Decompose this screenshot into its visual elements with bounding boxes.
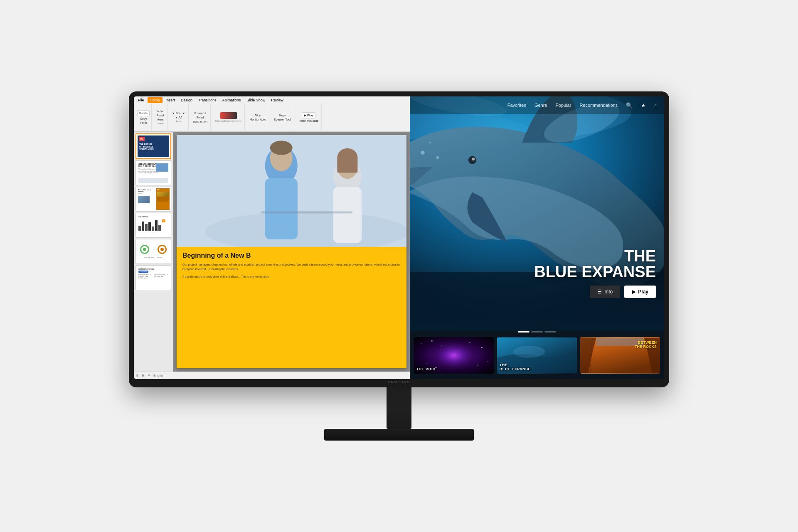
svg-point-25 bbox=[430, 339, 478, 371]
fixed-button[interactable]: Fixed bbox=[195, 116, 205, 119]
ppt-canvas: Beginning of a New B Our project manager… bbox=[173, 132, 410, 372]
progress-bar bbox=[518, 331, 556, 332]
thumb-label-rocks: BETWEENTHE ROCKS bbox=[635, 340, 657, 350]
clipboard-group: Paste Copy Form bbox=[135, 104, 152, 131]
tab-slideshow[interactable]: Slide Show bbox=[244, 97, 268, 103]
ppt-status-bar: B ⊞ ≡ English bbox=[134, 372, 410, 379]
thumbnail-the-void[interactable]: THE VOID bbox=[414, 337, 494, 374]
stream-thumbnails: THE VOID bbox=[410, 331, 664, 379]
svg-point-29 bbox=[469, 342, 470, 343]
slides-panel: 1 M7 THE FUTUREOF BUSINESSSTARTS HERE. 2 bbox=[134, 132, 173, 372]
ppt-toolbar: File Home Insert Design Transitions Anim… bbox=[134, 96, 410, 132]
font-selector[interactable]: ▼ Font ▼ bbox=[171, 111, 187, 115]
paste-button[interactable]: Paste bbox=[137, 110, 150, 116]
font-group: ▼ Font ▼ ▼ AA Font bbox=[169, 104, 189, 131]
slide-thumb-6[interactable]: 6 Identity Systems UX/UI Design ▼ bbox=[135, 265, 171, 290]
slide-content-2: GREAT EXPERIENCESBUILD GREAT BRANDS. Thr… bbox=[137, 162, 170, 184]
tab-home[interactable]: Home bbox=[148, 97, 163, 103]
menu-icon: ☰ bbox=[597, 289, 602, 295]
slides-group: New Reset Area Slides bbox=[153, 104, 167, 131]
copy-button[interactable]: Copy bbox=[139, 117, 148, 121]
thumb-blue-expanse-text: THEBLUE EXPANSE bbox=[500, 363, 531, 371]
tab-animations[interactable]: Animations bbox=[220, 97, 244, 103]
svg-point-21 bbox=[421, 150, 425, 155]
monitor-wrapper: File Home Insert Design Transitions Anim… bbox=[108, 91, 690, 441]
language-selector[interactable]: English bbox=[153, 374, 164, 377]
svg-point-22 bbox=[429, 141, 431, 143]
view-toggle-2[interactable]: ≡ bbox=[148, 374, 150, 377]
favorites-icon[interactable]: ★ bbox=[641, 102, 646, 108]
svg-point-27 bbox=[431, 340, 432, 341]
slide-content-6: Identity Systems UX/UI Design ▼ Photogra… bbox=[137, 267, 170, 288]
slide-thumb-1[interactable]: 1 M7 THE FUTUREOF BUSINESSSTARTS HERE. bbox=[135, 133, 171, 159]
reset-button[interactable]: Reset bbox=[155, 113, 165, 117]
nav-genre[interactable]: Genre bbox=[534, 103, 547, 108]
progress-dot-3 bbox=[544, 331, 556, 332]
play-button[interactable]: ▶ Play bbox=[302, 112, 316, 118]
stream-hero: THE BLUE EXPANSE ☰ Info ▶ Play bbox=[410, 96, 664, 331]
contraction-button[interactable]: contraction bbox=[192, 120, 209, 123]
monitor-button[interactable]: Monitor Auto bbox=[248, 118, 267, 121]
svg-point-28 bbox=[441, 345, 442, 346]
stream-nav: Favorites Genre Popular Recommendations … bbox=[410, 96, 664, 114]
progress-dot-1 bbox=[518, 331, 530, 332]
align-button[interactable]: Align bbox=[253, 113, 262, 117]
grayscale-label: Grayscale/monochrome bbox=[214, 119, 243, 123]
slide-content-4: STATISTICS bbox=[137, 214, 170, 236]
powerpoint-app: File Home Insert Design Transitions Anim… bbox=[134, 96, 410, 379]
speaker-tool-button[interactable]: Speaker Tool bbox=[273, 118, 292, 121]
stats-badge: 52 bbox=[162, 219, 165, 222]
ppt-main: 1 M7 THE FUTUREOF BUSINESSSTARTS HERE. 2 bbox=[134, 132, 410, 372]
slide-thumb-2[interactable]: 2 GREAT EXPERIENCESBUILD GREAT BRANDS. T… bbox=[135, 160, 171, 185]
steps-group: Steps Speaker Tool bbox=[271, 104, 294, 131]
svg-point-31 bbox=[487, 361, 488, 362]
tab-insert[interactable]: Insert bbox=[163, 97, 178, 103]
nav-recommendations[interactable]: Recommendations bbox=[579, 103, 618, 108]
slide-image bbox=[177, 135, 406, 247]
nav-popular[interactable]: Popular bbox=[555, 103, 571, 108]
monitor-stand-neck bbox=[387, 387, 411, 429]
slide-thumb-5[interactable]: 5 + bbox=[135, 239, 171, 264]
font-label: Font bbox=[175, 120, 182, 123]
format-button[interactable]: Form bbox=[139, 121, 148, 125]
nav-favorites[interactable]: Favorites bbox=[507, 103, 526, 108]
slide-thumb-4[interactable]: 4 STATISTICS bbox=[135, 213, 171, 238]
slide-main-footer: A brand's mission should drive all brand… bbox=[182, 275, 401, 278]
finish-slide-button[interactable]: Finish this slide bbox=[298, 119, 320, 123]
thumbnail-blue-expanse[interactable]: THEBLUE EXPANSE bbox=[497, 337, 577, 374]
align-group: Align Monitor Auto bbox=[246, 104, 269, 131]
svg-rect-12 bbox=[177, 135, 406, 247]
info-button[interactable]: ☰ Info bbox=[590, 286, 620, 298]
tab-design[interactable]: Design bbox=[178, 97, 195, 103]
slide-content-3: We work for you by working with you. Wor… bbox=[137, 188, 170, 210]
svg-point-17 bbox=[472, 158, 475, 160]
area-button[interactable]: Area bbox=[156, 118, 165, 121]
expand-button[interactable]: Expand / bbox=[193, 111, 207, 115]
slide-main-body: Our project managers shepherd our effort… bbox=[182, 263, 401, 271]
tab-review[interactable]: Review bbox=[268, 97, 286, 103]
thumb-label-void: THE VOID bbox=[416, 367, 436, 371]
home-icon[interactable]: ⌂ bbox=[654, 102, 658, 108]
thumb-label-blue-expanse: THEBLUE EXPANSE bbox=[500, 363, 531, 371]
play-button[interactable]: ▶ Play bbox=[624, 286, 656, 298]
expand-group: Expand / Fixed contraction bbox=[190, 104, 211, 131]
steps-button[interactable]: Steps bbox=[277, 113, 287, 117]
slide-thumb-3[interactable]: M We work for you by working with you. bbox=[135, 187, 171, 212]
new-slide-button[interactable]: New bbox=[156, 109, 165, 113]
tab-transitions[interactable]: Transitions bbox=[196, 97, 219, 103]
view-toggle-1[interactable]: ⊞ bbox=[142, 374, 145, 377]
font-size[interactable]: ▼ AA bbox=[174, 116, 184, 119]
hero-buttons: ☰ Info ▶ Play bbox=[534, 286, 656, 298]
play-icon: ▶ bbox=[632, 289, 635, 295]
svg-point-30 bbox=[481, 347, 482, 348]
slide-bottom: Beginning of a New B Our project manager… bbox=[177, 247, 406, 368]
search-icon[interactable]: 🔍 bbox=[626, 102, 633, 108]
tab-file[interactable]: File bbox=[135, 97, 147, 103]
slide-main-title: Beginning of a New B bbox=[182, 252, 401, 259]
svg-point-36 bbox=[513, 345, 545, 357]
hero-content: THE BLUE EXPANSE ☰ Info ▶ Play bbox=[534, 248, 656, 298]
thumbnail-between-rocks[interactable]: BETWEENTHE ROCKS bbox=[580, 337, 660, 374]
streaming-app: Favorites Genre Popular Recommendations … bbox=[410, 96, 664, 379]
samsung-logo: SAMSUNG bbox=[388, 380, 410, 384]
hero-title: THE BLUE EXPANSE bbox=[534, 248, 656, 280]
